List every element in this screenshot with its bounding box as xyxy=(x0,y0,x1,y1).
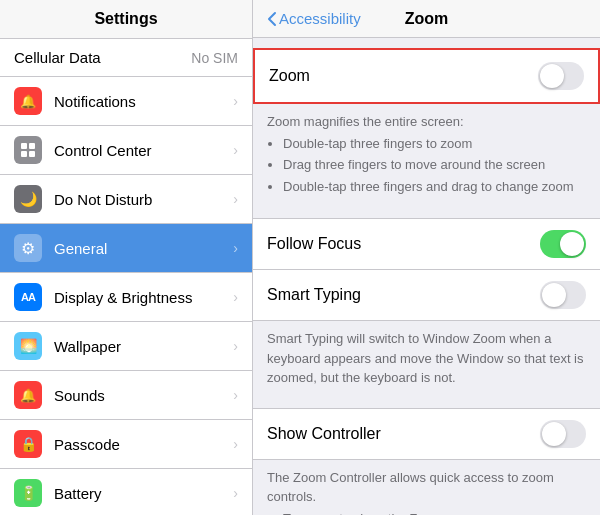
chevron-icon: › xyxy=(233,93,238,109)
toggle-knob xyxy=(542,283,566,307)
sidebar-item-label: Passcode xyxy=(54,436,233,453)
show-controller-label: Show Controller xyxy=(267,425,381,443)
sidebar-item-do-not-disturb[interactable]: 🌙 Do Not Disturb › xyxy=(0,175,252,224)
back-label: Accessibility xyxy=(279,10,361,27)
back-chevron-icon xyxy=(267,11,277,27)
svg-rect-0 xyxy=(21,143,27,149)
right-header: Accessibility Zoom xyxy=(253,0,600,38)
sidebar-item-label: Battery xyxy=(54,485,233,502)
sidebar: Settings Cellular Data No SIM 🔔 Notifica… xyxy=(0,0,253,515)
zoom-bullet-2: Drag three fingers to move around the sc… xyxy=(283,155,586,175)
sidebar-item-label: Sounds xyxy=(54,387,233,404)
chevron-icon: › xyxy=(233,191,238,207)
smart-typing-row[interactable]: Smart Typing xyxy=(253,270,600,320)
smart-typing-label: Smart Typing xyxy=(267,286,361,304)
controller-bullet-1: Tap once to show the Zoom menu. xyxy=(283,509,586,516)
general-icon: ⚙ xyxy=(14,234,42,262)
right-content: Zoom Zoom magnifies the entire screen: D… xyxy=(253,38,600,515)
follow-focus-row[interactable]: Follow Focus xyxy=(253,219,600,270)
sidebar-item-label: Notifications xyxy=(54,93,233,110)
controller-description: The Zoom Controller allows quick access … xyxy=(253,460,600,516)
battery-icon: 🔋 xyxy=(14,479,42,507)
sidebar-item-display-brightness[interactable]: AA Display & Brightness › xyxy=(0,273,252,322)
wallpaper-icon: 🌅 xyxy=(14,332,42,360)
svg-rect-2 xyxy=(21,151,27,157)
chevron-icon: › xyxy=(233,485,238,501)
display-brightness-icon: AA xyxy=(14,283,42,311)
do-not-disturb-icon: 🌙 xyxy=(14,185,42,213)
chevron-icon: › xyxy=(233,436,238,452)
smart-typing-toggle[interactable] xyxy=(540,281,586,309)
svg-rect-1 xyxy=(29,143,35,149)
show-controller-group: Show Controller xyxy=(253,408,600,460)
smart-typing-description-text: Smart Typing will switch to Window Zoom … xyxy=(267,331,584,385)
sidebar-item-wallpaper[interactable]: 🌅 Wallpaper › xyxy=(0,322,252,371)
sidebar-title: Settings xyxy=(94,10,157,27)
sidebar-item-label: Control Center xyxy=(54,142,233,159)
show-controller-row[interactable]: Show Controller xyxy=(253,409,600,459)
sidebar-item-battery[interactable]: 🔋 Battery › xyxy=(0,469,252,515)
back-button[interactable]: Accessibility xyxy=(267,10,361,27)
zoom-description: Zoom magnifies the entire screen: Double… xyxy=(253,104,600,208)
sounds-icon: 🔔 xyxy=(14,381,42,409)
follow-focus-label: Follow Focus xyxy=(267,235,361,253)
chevron-icon: › xyxy=(233,338,238,354)
sidebar-item-control-center[interactable]: Control Center › xyxy=(0,126,252,175)
sidebar-item-label: Do Not Disturb xyxy=(54,191,233,208)
zoom-label: Zoom xyxy=(269,67,310,85)
sidebar-item-label: Display & Brightness xyxy=(54,289,233,306)
toggle-knob xyxy=(542,422,566,446)
cellular-value: No SIM xyxy=(191,50,238,66)
controller-description-heading: The Zoom Controller allows quick access … xyxy=(267,468,586,507)
zoom-description-heading: Zoom magnifies the entire screen: xyxy=(267,114,464,129)
passcode-icon: 🔒 xyxy=(14,430,42,458)
toggle-knob xyxy=(540,64,564,88)
chevron-icon: › xyxy=(233,142,238,158)
zoom-bullet-3: Double-tap three fingers and drag to cha… xyxy=(283,177,586,197)
show-controller-toggle[interactable] xyxy=(540,420,586,448)
follow-focus-toggle[interactable] xyxy=(540,230,586,258)
sidebar-item-sounds[interactable]: 🔔 Sounds › xyxy=(0,371,252,420)
cellular-data-row[interactable]: Cellular Data No SIM xyxy=(0,39,252,77)
notifications-icon: 🔔 xyxy=(14,87,42,115)
sidebar-item-notifications[interactable]: 🔔 Notifications › xyxy=(0,77,252,126)
svg-rect-3 xyxy=(29,151,35,157)
sidebar-item-label: General xyxy=(54,240,233,257)
chevron-icon: › xyxy=(233,240,238,256)
chevron-icon: › xyxy=(233,289,238,305)
right-panel: Accessibility Zoom Zoom Zoom magnifies t… xyxy=(253,0,600,515)
sidebar-item-label: Wallpaper xyxy=(54,338,233,355)
zoom-toggle[interactable] xyxy=(538,62,584,90)
cellular-label: Cellular Data xyxy=(14,49,101,66)
sidebar-item-passcode[interactable]: 🔒 Passcode › xyxy=(0,420,252,469)
control-center-icon xyxy=(14,136,42,164)
page-title: Zoom xyxy=(405,10,449,28)
zoom-settings-group: Follow Focus Smart Typing xyxy=(253,218,600,321)
toggle-knob xyxy=(560,232,584,256)
zoom-toggle-row[interactable]: Zoom xyxy=(253,48,600,104)
smart-typing-description: Smart Typing will switch to Window Zoom … xyxy=(253,321,600,398)
sidebar-header: Settings xyxy=(0,0,252,39)
sidebar-item-general[interactable]: ⚙ General › xyxy=(0,224,252,273)
chevron-icon: › xyxy=(233,387,238,403)
zoom-bullet-1: Double-tap three fingers to zoom xyxy=(283,134,586,154)
